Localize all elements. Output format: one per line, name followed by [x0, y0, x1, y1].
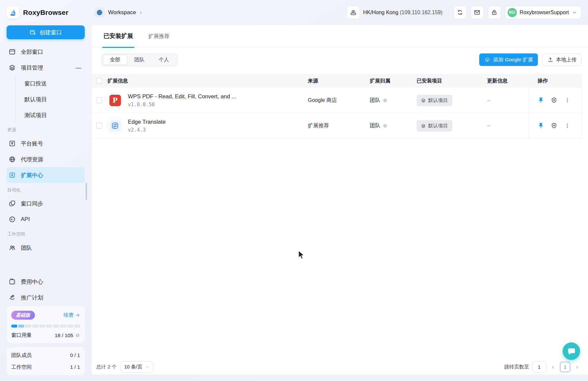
section-title-resources: 资源 [7, 124, 85, 136]
kebab-menu-icon[interactable] [564, 122, 571, 129]
workspace-label: Workspace [108, 9, 136, 16]
account-name: RoxybrowserSupport [520, 10, 569, 16]
lock-icon[interactable] [488, 6, 501, 19]
ownership-filter: 全部 团队 个人 [102, 53, 177, 66]
filter-all[interactable]: 全部 [103, 55, 127, 65]
proxy-info: HK/Hong Kong (109.110.162.159) [347, 6, 443, 19]
layers-icon [421, 123, 426, 128]
project-chip[interactable]: 默认项目 [417, 120, 452, 132]
sidebar-subitem-default-project[interactable]: 默认项目 [7, 91, 85, 107]
pin-icon[interactable] [538, 122, 544, 129]
tab-installed-extensions[interactable]: 已安装扩展 [103, 32, 133, 47]
workspace-globe-icon [94, 7, 105, 18]
toolbar: 全部 团队 个人 添加 Google 扩展 本地上传 [92, 50, 588, 69]
stat-team-members: 团队成员 0 / 1 [11, 349, 80, 361]
col-ownership: 扩展归属 [367, 78, 414, 84]
shield-plus-icon[interactable] [551, 122, 557, 129]
vault-icon [9, 140, 16, 147]
table-header: 扩展信息 来源 扩展归属 已安装项目 更新信息 操作 [92, 74, 582, 88]
project-chip[interactable]: 默认项目 [417, 95, 452, 106]
extension-source: Google 商店 [305, 97, 367, 104]
sync-icon[interactable] [454, 6, 467, 19]
create-window-button[interactable]: 创建窗口 [7, 25, 85, 39]
sidebar-item-extension-center[interactable]: 扩展中心 [7, 167, 85, 183]
wps-pdf-icon: P [107, 93, 123, 108]
sidebar-item-billing-center[interactable]: 费用中心 [7, 274, 85, 290]
tab-bar: 已安装扩展 扩展推荐 [92, 25, 588, 48]
avatar: RO [508, 8, 517, 17]
add-google-extension-button[interactable]: 添加 Google 扩展 [479, 53, 538, 66]
edge-translate-icon [107, 118, 123, 133]
arrow-right-icon [75, 313, 80, 318]
sidebar-item-project-management[interactable]: 项目管理 — [7, 60, 85, 76]
brand: RoxyBrowser [7, 6, 92, 19]
top-header: RoxyBrowser Workspace › HK/Hong Kong (10… [0, 0, 588, 25]
row-checkbox[interactable] [96, 97, 102, 103]
window-sync-icon [9, 200, 16, 207]
kebab-menu-icon[interactable] [564, 97, 571, 104]
pagination-footer: 总计 2 个 10 条/页 跳转页数至 ‹ 1 › [92, 359, 588, 374]
update-info: -- [485, 97, 529, 103]
usage-label: 窗口用量 [11, 332, 32, 339]
renew-link[interactable]: 续费 [64, 312, 80, 318]
extension-ownership: 团队 [370, 97, 380, 104]
stat-workspace: 工作空间 1 / 1 [11, 361, 80, 373]
shield-plus-icon[interactable] [551, 97, 557, 104]
jump-label: 跳转页数至 [504, 364, 529, 370]
plan-badge: 基础版 [11, 311, 35, 320]
sidebar-subitem-test-project[interactable]: 测试项目 [7, 107, 85, 123]
sidebar-item-api[interactable]: API [7, 211, 85, 227]
sidebar-item-team[interactable]: 团队 [7, 240, 85, 256]
usage-progress-bar [11, 325, 80, 328]
local-upload-button[interactable]: 本地上传 [543, 53, 581, 66]
collapse-icon[interactable]: — [75, 64, 81, 71]
table-row: Edge Translate v2.4.3 扩展推荐 团队 默认项目 [92, 113, 582, 139]
support-chat-button[interactable] [563, 342, 580, 360]
mail-icon[interactable] [471, 6, 484, 19]
page-number-button[interactable]: 1 [560, 362, 570, 372]
info-icon[interactable] [383, 98, 388, 103]
router-icon[interactable] [347, 6, 360, 19]
proxy-location: HK/Hong Kong [363, 10, 398, 15]
sidebar-item-window-sync[interactable]: 窗口同步 [7, 196, 85, 211]
tab-recommended-extensions[interactable]: 扩展推荐 [148, 33, 169, 47]
account-menu[interactable]: RO RoxybrowserSupport [505, 6, 581, 19]
api-code-icon [9, 216, 16, 223]
next-page-button[interactable]: › [573, 364, 581, 370]
sidebar-item-promotion-plan[interactable]: 推广计划 [7, 290, 85, 305]
main-content: 已安装扩展 扩展推荐 全部 团队 个人 添加 Google 扩展 本地上传 [91, 25, 588, 374]
filter-personal[interactable]: 个人 [152, 55, 176, 65]
proxy-ip: (109.110.162.159) [400, 10, 443, 15]
row-checkbox[interactable] [96, 123, 102, 129]
info-icon [75, 333, 80, 338]
sidebar-item-all-windows[interactable]: 全部窗口 [7, 44, 85, 60]
col-source: 来源 [305, 78, 367, 84]
brand-name: RoxyBrowser [23, 9, 69, 16]
page-size-select[interactable]: 10 条/页 [121, 361, 153, 372]
divider [448, 9, 448, 16]
chat-bubble-icon [567, 347, 576, 356]
extension-ownership: 团队 [370, 122, 380, 129]
plan-card: 基础版 续费 窗口用量 18 / 105 [7, 306, 85, 343]
col-extension-info: 扩展信息 [105, 78, 305, 84]
sidebar-item-proxy-resources[interactable]: 代理资源 [7, 151, 85, 167]
cloud-download-icon [484, 57, 490, 63]
extension-name: WPS PDF - Read, Edit, Fill, Convert, and… [128, 93, 236, 100]
breadcrumb[interactable]: Workspace › [94, 7, 142, 18]
stats-card: 团队成员 0 / 1 工作空间 1 / 1 [7, 347, 85, 375]
sidebar-subitem-window-dispatch[interactable]: 窗口投送 [7, 76, 85, 91]
sidebar-item-platform-accounts[interactable]: 平台账号 [7, 136, 85, 151]
brand-logo-icon [7, 6, 19, 19]
col-installed-project: 已安装项目 [414, 78, 485, 84]
select-all-checkbox[interactable] [96, 78, 102, 84]
update-info: -- [485, 123, 529, 129]
window-plus-icon [29, 29, 36, 36]
extension-name: Edge Translate [128, 119, 165, 125]
sidebar-scrollbar[interactable] [86, 183, 87, 200]
pin-icon[interactable] [538, 97, 544, 104]
extension-version: v1.0.0.50 [128, 102, 236, 108]
prev-page-button[interactable]: ‹ [549, 364, 557, 370]
info-icon[interactable] [383, 123, 388, 128]
filter-team[interactable]: 团队 [127, 55, 152, 65]
jump-page-input[interactable] [532, 361, 546, 372]
